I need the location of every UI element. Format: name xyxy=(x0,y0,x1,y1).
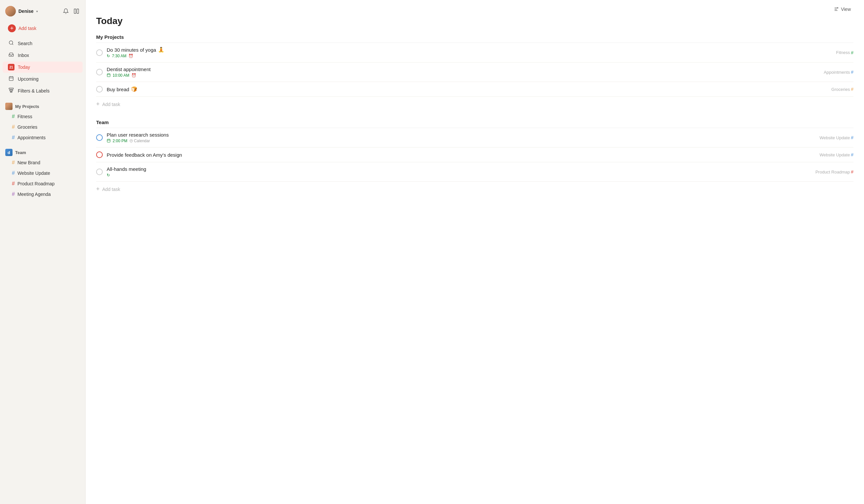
task-checkbox-research[interactable] xyxy=(96,134,103,141)
table-row: All-hands meeting ↻ Product Roadmap # xyxy=(96,162,853,182)
task-project-yoga: Fitness # xyxy=(836,50,853,55)
team-task-section: Team Plan user research sessions xyxy=(86,120,864,204)
add-task-row-my-projects[interactable]: + Add task xyxy=(96,97,853,111)
task-title-allhands: All-hands meeting xyxy=(107,166,811,172)
notification-bell-button[interactable] xyxy=(62,8,70,15)
task-meta-yoga: ↻ 7:30 AM ⏰ xyxy=(107,54,832,58)
team-avatar: d xyxy=(5,149,12,156)
hash-icon: # xyxy=(12,124,15,130)
sidebar: Denise ▾ + Add task xyxy=(0,0,86,504)
add-task-plus-icon: + xyxy=(96,101,100,108)
task-title-bread: Buy bread 🍞 xyxy=(107,86,827,92)
reminder-icon-dentist: ⏰ xyxy=(131,73,136,78)
user-menu[interactable]: Denise ▾ xyxy=(5,6,38,16)
view-button[interactable]: View xyxy=(831,5,853,13)
sidebar-item-new-brand[interactable]: # New Brand xyxy=(3,158,83,168)
table-row: Plan user research sessions 2:00 PM xyxy=(96,128,853,147)
upcoming-icon xyxy=(8,76,14,82)
hash-icon: # xyxy=(12,160,15,166)
hash-icon: # xyxy=(851,135,853,140)
inbox-icon xyxy=(8,52,14,59)
hash-icon: # xyxy=(12,191,15,197)
sidebar-item-upcoming[interactable]: Upcoming xyxy=(3,73,83,85)
sidebar-item-fitness[interactable]: # Fitness xyxy=(3,111,83,121)
hash-icon: # xyxy=(851,70,853,75)
hash-icon: # xyxy=(12,181,15,187)
task-meta-dentist: 10:00 AM ⏰ xyxy=(107,73,820,78)
sidebar-item-filters[interactable]: Filters & Labels xyxy=(3,85,83,96)
team-title: Team xyxy=(15,150,26,155)
sidebar-item-groceries[interactable]: # Groceries xyxy=(3,122,83,132)
sidebar-item-search[interactable]: Search xyxy=(3,38,83,49)
sidebar-item-today[interactable]: 21 Today xyxy=(3,62,83,73)
sidebar-item-appointments[interactable]: # Appointments xyxy=(3,133,83,143)
svg-rect-19 xyxy=(107,139,110,142)
calendar-icon xyxy=(107,73,111,78)
svg-rect-9 xyxy=(10,90,12,91)
task-content-bread: Buy bread 🍞 xyxy=(107,86,827,92)
hash-icon: # xyxy=(851,152,853,157)
task-content-research: Plan user research sessions 2:00 PM xyxy=(107,132,816,143)
task-content-allhands: All-hands meeting ↻ xyxy=(107,166,811,178)
sidebar-header: Denise ▾ xyxy=(0,4,85,21)
task-time-dentist: 10:00 AM xyxy=(112,73,129,78)
avatar xyxy=(5,6,16,16)
table-row: Provide feedback on Amy's design Website… xyxy=(96,147,853,162)
hash-icon: # xyxy=(12,113,15,120)
table-row: Do 30 minutes of yoga 🧘 ↻ 7:30 AM ⏰ Fitn… xyxy=(96,43,853,62)
add-task-row-team[interactable]: + Add task xyxy=(96,182,853,196)
sidebar-item-product-roadmap[interactable]: # Product Roadmap xyxy=(3,179,83,189)
svg-rect-8 xyxy=(9,88,13,89)
task-content-feedback: Provide feedback on Amy's design xyxy=(107,152,816,158)
task-checkbox-dentist[interactable] xyxy=(96,69,103,75)
my-projects-title: My Projects xyxy=(15,104,39,109)
sidebar-item-meeting-agenda[interactable]: # Meeting Agenda xyxy=(3,189,83,199)
task-project-feedback: Website Update # xyxy=(819,152,853,157)
task-time-yoga: 7:30 AM xyxy=(112,54,127,58)
hash-icon: # xyxy=(12,170,15,176)
svg-point-2 xyxy=(9,41,13,45)
hash-icon: # xyxy=(851,87,853,92)
svg-rect-10 xyxy=(10,92,12,93)
main-header: View xyxy=(86,0,864,13)
add-task-button[interactable]: + Add task xyxy=(3,22,83,35)
layout-toggle-button[interactable] xyxy=(73,8,80,15)
task-checkbox-yoga[interactable] xyxy=(96,49,103,56)
hash-icon: # xyxy=(851,50,853,55)
filters-icon xyxy=(8,87,14,94)
task-project-dentist: Appointments # xyxy=(824,70,853,75)
calendar-icon xyxy=(107,139,111,143)
task-calendar-label: Calendar xyxy=(129,139,150,143)
recurring-icon-allhands: ↻ xyxy=(107,173,110,178)
add-task-plus-icon: + xyxy=(96,186,100,193)
user-name: Denise xyxy=(19,9,34,14)
my-projects-section-header: My Projects xyxy=(0,99,85,111)
svg-point-23 xyxy=(131,140,132,141)
my-projects-avatar xyxy=(5,103,12,110)
hash-icon: # xyxy=(851,169,853,175)
svg-rect-0 xyxy=(74,9,76,13)
svg-rect-15 xyxy=(107,74,110,77)
task-meta-research: 2:00 PM Calendar xyxy=(107,139,816,143)
svg-rect-1 xyxy=(77,9,79,13)
task-checkbox-bread[interactable] xyxy=(96,86,103,93)
my-projects-task-section: My Projects Do 30 minutes of yoga 🧘 ↻ 7:… xyxy=(86,34,864,120)
task-checkbox-allhands[interactable] xyxy=(96,169,103,175)
hash-icon: # xyxy=(12,135,15,141)
svg-line-3 xyxy=(12,44,13,45)
search-icon xyxy=(8,40,14,47)
task-checkbox-feedback[interactable] xyxy=(96,152,103,158)
task-title-research: Plan user research sessions xyxy=(107,132,816,137)
recurring-icon: ↻ xyxy=(107,54,110,58)
sidebar-item-website-update[interactable]: # Website Update xyxy=(3,168,83,178)
svg-rect-4 xyxy=(9,77,13,81)
add-task-plus-icon: + xyxy=(8,24,16,32)
task-project-research: Website Update # xyxy=(819,135,853,140)
team-section-title: Team xyxy=(96,120,853,128)
chevron-down-icon: ▾ xyxy=(36,10,38,13)
table-row: Buy bread 🍞 Groceries # xyxy=(96,82,853,97)
sidebar-item-inbox[interactable]: Inbox xyxy=(3,50,83,61)
today-icon: 21 xyxy=(8,64,14,70)
view-icon xyxy=(834,7,839,12)
task-meta-allhands: ↻ xyxy=(107,173,811,178)
